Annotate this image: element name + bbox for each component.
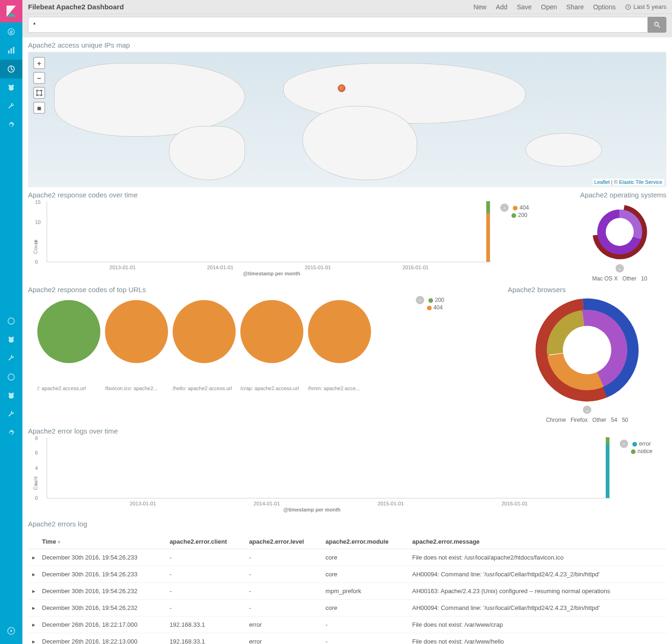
table-cell: 192.168.33.1	[167, 616, 246, 633]
map-panel-title: Apache2 access unique IPs map	[28, 37, 666, 52]
topbar: Filebeat Apache2 Dashboard New Add Save …	[22, 0, 672, 14]
col-message[interactable]: apache2.error.message	[409, 534, 666, 549]
os-donut-svg[interactable]	[589, 202, 650, 262]
tile-service-link[interactable]: Elastic Tile Service	[619, 179, 662, 185]
kibana-logo[interactable]	[0, 0, 22, 22]
url-pie-1[interactable]	[105, 300, 168, 363]
table-cell: AH00163: Apache/2.4.23 (Unix) configured…	[409, 583, 666, 600]
response-time-bar[interactable]	[486, 201, 490, 262]
table-row: ▸December 30th 2016, 19:54:26.232--coreA…	[28, 600, 666, 616]
dashboard-icon[interactable]	[0, 60, 22, 78]
table-cell: error	[246, 633, 323, 644]
browsers-title: Apache2 browsers	[508, 282, 666, 296]
response-time-plot: 0 5 10 15 2013-01-01 2014-01-01 2015-01-…	[47, 202, 491, 262]
options-link[interactable]: Options	[593, 3, 616, 11]
search-icon	[653, 21, 661, 28]
sidebar-extra-6-icon[interactable]	[0, 405, 22, 424]
error-legend-toggle[interactable]: ›	[620, 440, 628, 448]
svg-rect-2	[11, 49, 12, 54]
expand-row-icon[interactable]: ▸	[28, 633, 39, 644]
col-client[interactable]: apache2.error.client	[167, 534, 246, 549]
expand-row-icon[interactable]: ▸	[28, 549, 39, 566]
browsers-legend-toggle[interactable]: ⌄	[583, 406, 591, 414]
query-input[interactable]	[28, 17, 648, 33]
sidebar-extra-2-icon[interactable]	[0, 330, 22, 349]
map-panel[interactable]: + − ■ Leaflet | © Elastic Tile Service	[28, 52, 666, 187]
top-urls-labels: /: apache2.access.url /favicon.ico: apac…	[37, 385, 500, 391]
new-link[interactable]: New	[473, 3, 486, 11]
fit-bounds-button[interactable]	[33, 87, 45, 99]
visualize-icon[interactable]	[0, 41, 22, 60]
table-cell: -	[167, 549, 246, 566]
table-cell: December 30th 2016, 19:54:26.233	[39, 549, 167, 566]
zoom-out-button[interactable]: −	[33, 72, 45, 84]
sidebar-extra-3-icon[interactable]	[0, 349, 22, 368]
open-link[interactable]: Open	[541, 3, 557, 11]
top-urls-legend-toggle[interactable]: ›	[416, 296, 424, 304]
error-time-bar[interactable]	[606, 437, 609, 498]
browsers-donut-svg[interactable]	[533, 296, 641, 404]
map-marker[interactable]	[338, 84, 345, 92]
table-cell: mpm_prefork	[323, 583, 410, 600]
response-time-title: Apache2 response codes over time	[28, 187, 566, 202]
col-module[interactable]: apache2.error.module	[323, 534, 410, 549]
expand-row-icon[interactable]: ▸	[28, 616, 39, 633]
management-icon[interactable]	[0, 116, 22, 134]
sidebar-extra-7-icon[interactable]	[0, 424, 22, 442]
expand-row-icon[interactable]: ▸	[28, 566, 39, 583]
table-cell: December 30th 2016, 19:54:26.232	[39, 600, 167, 616]
devtools-icon[interactable]	[0, 97, 22, 116]
map-controls: + − ■	[33, 57, 45, 114]
response-time-chart: Count 0 5 10 15 2013-01-01 2014-01-01 20…	[28, 202, 566, 276]
main-area: Filebeat Apache2 Dashboard New Add Save …	[22, 0, 672, 644]
sidebar-extra-1-icon[interactable]	[0, 312, 22, 330]
table-cell: -	[323, 633, 410, 644]
col-time[interactable]: Time ▾	[39, 534, 167, 549]
table-cell: 192.168.33.1	[167, 633, 246, 644]
os-title: Apache2 operating systems	[573, 187, 666, 202]
url-pie-2[interactable]	[173, 300, 236, 363]
browsers-donut: ⌄ Chrome Firefox Other 54 50	[508, 296, 666, 423]
url-pie-4[interactable]	[308, 300, 371, 363]
add-link[interactable]: Add	[496, 3, 507, 11]
share-link[interactable]: Share	[567, 3, 584, 11]
search-button[interactable]	[648, 17, 666, 33]
table-cell: File does not exist: /var/www/crap	[409, 616, 666, 633]
sidebar-extra-5-icon[interactable]	[0, 386, 22, 405]
table-row: ▸December 30th 2016, 19:54:26.232--mpm_p…	[28, 583, 666, 600]
table-cell: -	[167, 600, 246, 616]
error-time-chart: Count 0 2 4 6 8 2013-01-01 2014-01-01 20…	[28, 438, 666, 512]
expand-row-icon[interactable]: ▸	[28, 600, 39, 616]
box-select-button[interactable]: ■	[33, 102, 45, 114]
svg-point-6	[8, 374, 14, 380]
collapse-sidebar-icon[interactable]	[0, 622, 22, 640]
error-time-legend: › error notice	[620, 440, 666, 455]
url-pie-3[interactable]	[240, 300, 303, 363]
url-pie-0[interactable]	[37, 300, 100, 363]
col-level[interactable]: apache2.error.level	[246, 534, 323, 549]
table-cell: -	[246, 566, 323, 583]
table-cell: core	[323, 600, 410, 616]
timelion-icon[interactable]	[0, 78, 22, 97]
table-cell: December 30th 2016, 19:54:26.232	[39, 583, 167, 600]
table-cell: File does not exist: /var/www/hello	[409, 633, 666, 644]
sidebar-extra-4-icon[interactable]	[0, 368, 22, 386]
svg-rect-3	[13, 47, 14, 54]
expand-row-icon[interactable]: ▸	[28, 583, 39, 600]
response-time-legend: › 404 200	[500, 203, 566, 218]
svg-point-5	[8, 318, 14, 324]
time-picker[interactable]: Last 5 years	[625, 3, 666, 11]
errors-table-title: Apache2 errors log	[28, 516, 666, 531]
table-row: ▸December 26th 2016, 18:22:13.000192.168…	[28, 633, 666, 644]
svg-point-9	[655, 22, 658, 26]
legend-toggle-icon[interactable]: ›	[500, 203, 509, 212]
search-bar	[22, 14, 672, 37]
save-link[interactable]: Save	[517, 3, 532, 11]
table-row: ▸December 30th 2016, 19:54:26.233--coreA…	[28, 566, 666, 583]
zoom-in-button[interactable]: +	[33, 57, 45, 69]
top-urls-legend: › 200 404	[416, 296, 444, 311]
leaflet-link[interactable]: Leaflet	[595, 179, 610, 185]
discover-icon[interactable]	[0, 22, 22, 41]
errors-table: Time ▾ apache2.error.client apache2.erro…	[28, 534, 666, 644]
os-legend-toggle[interactable]: ⌄	[616, 264, 624, 273]
